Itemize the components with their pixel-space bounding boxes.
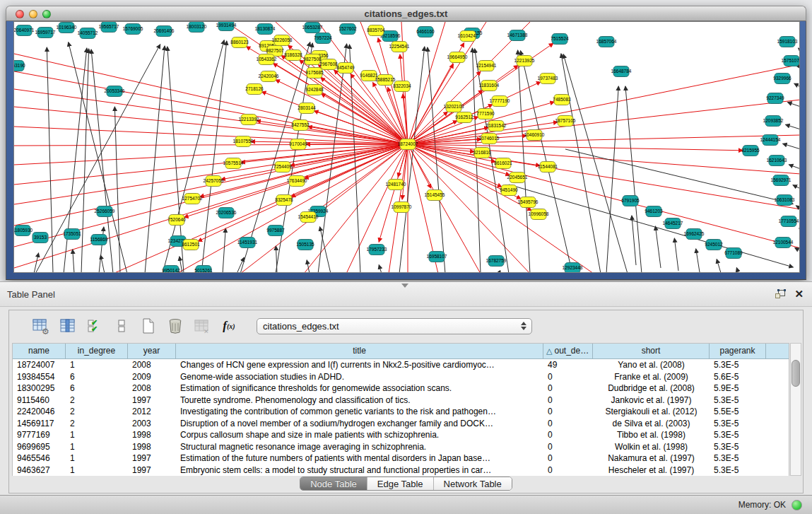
graph-node[interactable]: 8186328	[284, 50, 302, 61]
table-row[interactable]: 1872400712008Changes of HCN gene express…	[13, 359, 789, 371]
table-cell[interactable]: 9115460	[13, 395, 66, 407]
table-cell[interactable]: 14569117	[13, 418, 66, 430]
table-cell[interactable]: 0	[543, 418, 593, 430]
graph-node[interactable]: 12444154	[760, 135, 781, 146]
graph-node[interactable]: 7485083	[553, 95, 571, 105]
graph-node[interactable]: 18107550	[233, 136, 254, 147]
table-cell[interactable]: 22420046	[13, 406, 66, 418]
graph-node[interactable]: 20206536	[216, 208, 237, 218]
table-row[interactable]: 911546021997Tourette syndrome. Phenomeno…	[13, 395, 789, 407]
column-header-short[interactable]: short	[593, 344, 710, 358]
graph-node[interactable]: 19565717	[99, 22, 119, 33]
show-columns-button[interactable]	[59, 317, 77, 335]
graph-node[interactable]: 20640971	[14, 25, 35, 36]
graph-node[interactable]: 16958107	[427, 252, 447, 262]
graph-node[interactable]: 9329966	[773, 74, 792, 84]
graph-node[interactable]: 21831542	[486, 121, 507, 132]
graph-node[interactable]: 15769005	[123, 24, 143, 35]
graph-node[interactable]: 5015261	[194, 266, 213, 274]
graph-node[interactable]: 1505135	[296, 240, 314, 250]
table-row[interactable]: 1830029562008Estimation of significance …	[13, 382, 789, 395]
table-cell[interactable]: Disruption of a novel member of a sodium…	[176, 418, 543, 430]
table-cell[interactable]: 2012	[128, 406, 176, 418]
graph-node[interactable]: 16782759	[486, 256, 507, 267]
graph-node[interactable]: 25266059	[95, 206, 115, 217]
delete-table-button[interactable]: ✕	[193, 317, 211, 335]
graph-node[interactable]: 2063190	[14, 61, 25, 71]
tab-node-table[interactable]: Node Table	[300, 477, 367, 490]
table-cell[interactable]: 49	[543, 359, 593, 371]
row-height-button[interactable]	[112, 317, 131, 335]
graph-node[interactable]: 9245012	[705, 240, 723, 250]
graph-node[interactable]: 15751074	[782, 56, 800, 66]
graph-node[interactable]: 10996058	[529, 209, 549, 220]
table-row[interactable]: 1456911722003Disruption of a novel membe…	[13, 418, 789, 430]
graph-node[interactable]: 10196340	[57, 23, 77, 33]
table-cell[interactable]: 5.3E-5	[710, 429, 766, 441]
column-header-in_degree[interactable]: in_degree	[66, 344, 128, 358]
graph-node[interactable]: 1156869	[90, 235, 108, 245]
table-cell[interactable]: 5.3E-5	[710, 441, 766, 453]
table-cell[interactable]: 6	[66, 371, 128, 383]
graph-node[interactable]: 8835704	[367, 25, 385, 36]
graph-node[interactable]: 6466160	[416, 27, 435, 37]
graph-node[interactable]: 12100544	[773, 238, 794, 248]
table-cell[interactable]: 2008	[128, 382, 176, 395]
graph-node[interactable]: 11451931	[237, 238, 258, 248]
graph-node[interactable]: 6791905	[621, 196, 640, 206]
graph-node[interactable]: 7254409	[273, 162, 292, 173]
graph-node[interactable]: 16210643	[767, 156, 787, 166]
graph-node[interactable]: 8427552	[291, 120, 310, 131]
table-cell[interactable]: 1997	[128, 395, 176, 407]
graph-node[interactable]: 8325478	[275, 195, 293, 206]
table-selector-dropdown[interactable]: citations_edges.txt	[257, 318, 532, 334]
graph-node[interactable]: 13202103	[444, 102, 464, 112]
table-cell[interactable]: 0	[543, 395, 593, 407]
table-cell[interactable]: 0	[543, 382, 593, 395]
graph-node[interactable]: 17777190	[490, 96, 510, 107]
graph-node[interactable]: 16104247	[458, 31, 478, 42]
table-scrollbar[interactable]	[790, 343, 801, 476]
table-cell[interactable]: 0	[543, 429, 593, 441]
column-header-out_de[interactable]: △out_de…	[543, 344, 593, 358]
function-builder-button[interactable]: f(x)	[220, 317, 238, 335]
graph-node[interactable]: 14645217	[663, 218, 683, 229]
graph-node[interactable]: 18724007	[398, 139, 418, 150]
graph-node[interactable]: 15918103	[777, 37, 798, 47]
graph-node[interactable]: 2718126	[245, 84, 264, 95]
table-cell[interactable]: Nakamura et al. (1997)	[593, 452, 710, 465]
table-cell[interactable]: 1998	[128, 441, 176, 453]
close-panel-icon[interactable]: ✕	[794, 288, 804, 300]
table-options-button[interactable]: ⚙	[32, 317, 50, 335]
graph-node[interactable]: 9162512	[455, 112, 473, 123]
graph-node[interactable]: 7520640	[167, 215, 186, 226]
graph-node[interactable]: 7515524	[551, 34, 569, 45]
graph-node[interactable]: 11831604	[479, 81, 500, 91]
graph-node[interactable]: 10653287	[302, 23, 323, 33]
float-panel-icon[interactable]	[775, 289, 786, 300]
table-cell[interactable]: Stergiakouli et al. (2012)	[593, 406, 710, 418]
graph-node[interactable]: 14055712	[78, 28, 98, 39]
graph-node[interactable]: 10631083	[775, 195, 795, 206]
table-cell[interactable]: 5.3E-5	[710, 359, 766, 371]
graph-node[interactable]: 15454410	[298, 212, 319, 223]
graph-node[interactable]: 16648784	[611, 66, 632, 77]
graph-node[interactable]: 9451490	[500, 185, 518, 196]
table-cell[interactable]: Dudbridge et al. (2008)	[593, 382, 710, 395]
column-header-pagerank[interactable]: pagerank	[710, 344, 766, 358]
table-cell[interactable]: 19384554	[13, 371, 66, 383]
graph-node[interactable]: 15145455	[425, 190, 445, 201]
graph-node[interactable]: 15495796	[518, 197, 539, 208]
table-cell[interactable]: 5.6E-5	[710, 371, 766, 383]
delete-columns-button[interactable]	[166, 317, 184, 335]
graph-node[interactable]: 10746015	[479, 134, 500, 144]
column-header-year[interactable]: year	[128, 344, 176, 358]
graph-node[interactable]: 2967608	[319, 59, 338, 70]
table-cell[interactable]: 1997	[128, 452, 176, 465]
graph-node[interactable]: 17957233	[367, 245, 387, 255]
graph-node[interactable]: 16857064	[596, 37, 617, 47]
tab-edge-table[interactable]: Edge Table	[367, 477, 433, 490]
graph-node[interactable]: 7771590	[476, 109, 495, 119]
table-cell[interactable]: 9699695	[13, 441, 66, 453]
table-cell[interactable]: 18300295	[13, 382, 66, 395]
